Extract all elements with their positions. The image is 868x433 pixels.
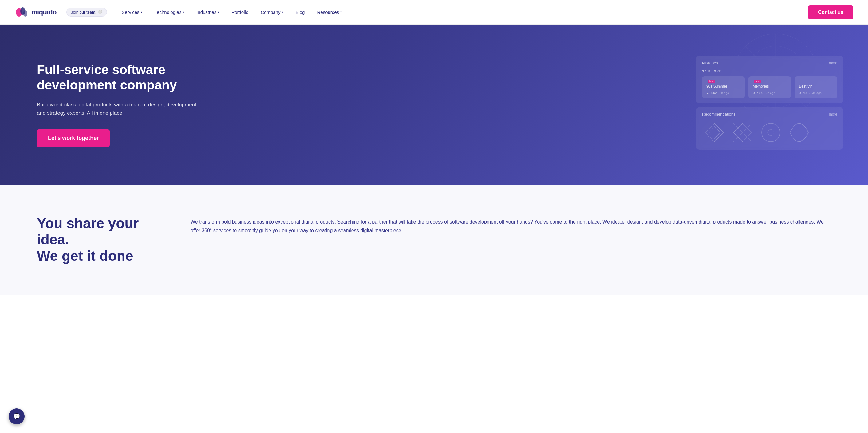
logo-icon <box>15 5 28 19</box>
nav-portfolio[interactable]: Portfolio <box>226 7 253 17</box>
hot-badge: hot <box>708 80 715 83</box>
likes-1: ♥ 910 <box>702 69 711 73</box>
mixtapes-more: more <box>829 61 837 65</box>
value-prop-section: You share your idea. We get it done We t… <box>0 184 868 295</box>
recommendations-card: Recommendations more <box>696 107 843 150</box>
nav-links: Services ▾ Technologies ▾ Industries ▾ P… <box>117 7 808 17</box>
hot-badge-2: hot <box>754 80 761 83</box>
section2-body: We transform bold business ideas into ex… <box>191 218 831 235</box>
item-2-time: 3h ago <box>766 91 775 95</box>
item-3-time: 3h ago <box>812 91 822 95</box>
hero-title: Full-service software development compan… <box>37 62 209 93</box>
mixtape-item-2: hot Memories ★ 4.89 3h ago <box>748 76 791 98</box>
recommendations-more: more <box>829 112 837 117</box>
svg-point-2 <box>23 10 27 17</box>
nav-company[interactable]: Company ▾ <box>256 7 288 17</box>
nav-industries[interactable]: Industries ▾ <box>191 7 224 17</box>
chevron-down-icon: ▾ <box>218 10 219 14</box>
item-1-time: 2h ago <box>719 91 729 95</box>
hero-cta-button[interactable]: Let's work together <box>37 129 110 147</box>
mixtape-item-1: hot 90s Summer ★ 4.92 2h ago <box>702 76 745 98</box>
item-2-rating: ★ 4.89 <box>753 91 763 95</box>
recommendations-label: Recommendations <box>702 112 735 117</box>
deco-shape-4 <box>787 120 811 145</box>
hero-section: Full-service software development compan… <box>0 25 868 184</box>
likes-row: ♥ 910 ♥ 2k <box>702 69 837 73</box>
logo-text: miquido <box>31 8 57 16</box>
chevron-down-icon: ▾ <box>282 10 283 14</box>
nav-resources[interactable]: Resources ▾ <box>312 7 347 17</box>
section2-right: We transform bold business ideas into ex… <box>191 215 831 235</box>
chevron-down-icon: ▾ <box>141 10 142 14</box>
hero-content: Full-service software development compan… <box>37 62 209 147</box>
nav-blog[interactable]: Blog <box>290 7 310 17</box>
chevron-down-icon: ▾ <box>183 10 184 14</box>
svg-point-10 <box>710 128 719 137</box>
deco-shape-3 <box>758 120 783 145</box>
item-3-rating: ★ 4.86 <box>799 91 809 95</box>
mixtapes-header: Mixtapes more <box>702 61 837 65</box>
mixtapes-label: Mixtapes <box>702 61 718 65</box>
section2-title: You share your idea. We get it done <box>37 215 166 264</box>
hero-app-mockup: Mixtapes more ♥ 910 ♥ 2k hot 90s Summer … <box>696 56 843 153</box>
recommendations-header: Recommendations more <box>702 112 837 117</box>
mixtape-items-list: hot 90s Summer ★ 4.92 2h ago hot Memorie… <box>702 76 837 98</box>
mixtape-item-3: Best Vir ★ 4.86 3h ago <box>795 76 837 98</box>
item-1-rating: ★ 4.92 <box>706 91 717 95</box>
item-2-name: Memories <box>753 84 787 89</box>
logo[interactable]: miquido <box>15 5 57 19</box>
item-3-name: Best Vir <box>799 84 833 89</box>
contact-us-button[interactable]: Contact us <box>808 5 853 19</box>
likes-2: ♥ 2k <box>714 69 721 73</box>
join-team-badge[interactable]: Join our team! 🤍 <box>66 8 107 17</box>
nav-technologies[interactable]: Technologies ▾ <box>150 7 189 17</box>
hero-subtitle: Build world-class digital products with … <box>37 100 197 117</box>
chevron-down-icon: ▾ <box>340 10 342 14</box>
deco-shape-2 <box>730 120 755 145</box>
section2-left: You share your idea. We get it done <box>37 215 166 264</box>
item-1-name: 90s Summer <box>706 84 740 89</box>
deco-shape-1 <box>702 120 726 145</box>
nav-services[interactable]: Services ▾ <box>117 7 147 17</box>
navbar: miquido Join our team! 🤍 Services ▾ Tech… <box>0 0 868 25</box>
mixtapes-card: Mixtapes more ♥ 910 ♥ 2k hot 90s Summer … <box>696 56 843 103</box>
recommendations-deco <box>702 120 837 145</box>
